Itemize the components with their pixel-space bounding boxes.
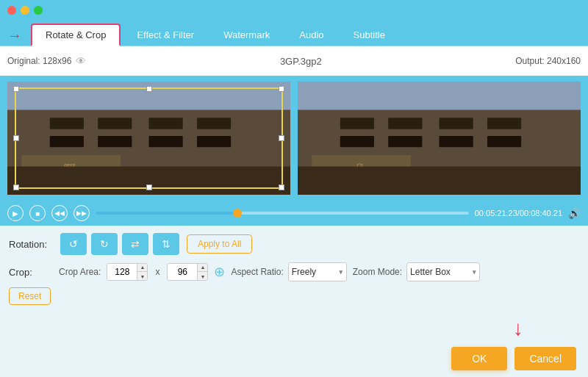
maximize-button[interactable] bbox=[34, 6, 43, 15]
progress-bar[interactable] bbox=[96, 212, 469, 215]
video-header-left: Original: 128x96 👁 bbox=[7, 55, 86, 67]
svg-rect-3 bbox=[98, 118, 132, 129]
crop-area-sub-label: Crop Area: bbox=[59, 267, 101, 277]
zoom-mode-label: Zoom Mode: bbox=[353, 267, 402, 277]
rotate-left-icon: ↺ bbox=[69, 238, 78, 250]
flip-h-icon: ⇄ bbox=[131, 238, 140, 250]
zoom-mode-group: Zoom Mode: Letter Box Pan & Scan Full ▼ bbox=[353, 262, 480, 281]
minimize-button[interactable] bbox=[21, 6, 29, 15]
svg-rect-9 bbox=[197, 136, 231, 147]
zoom-mode-wrapper: Letter Box Pan & Scan Full ▼ bbox=[406, 262, 480, 281]
controls-section: Rotation: ↺ ↻ ⇄ ⇅ Apply to All Crop: Cro… bbox=[0, 226, 588, 312]
crop-width-input[interactable] bbox=[107, 264, 137, 280]
center-crop-icon[interactable]: ⊕ bbox=[214, 264, 225, 280]
svg-rect-7 bbox=[98, 136, 132, 147]
arrow-right-icon: → bbox=[7, 28, 22, 43]
reset-button[interactable]: Reset bbox=[9, 287, 51, 305]
step-back-button[interactable]: ◀◀ bbox=[51, 205, 68, 221]
svg-rect-20 bbox=[388, 136, 422, 147]
play-button[interactable]: ▶ bbox=[7, 205, 24, 221]
traffic-lights bbox=[7, 6, 43, 15]
svg-rect-17 bbox=[440, 118, 473, 129]
svg-rect-25 bbox=[298, 167, 581, 195]
svg-rect-22 bbox=[487, 136, 521, 147]
building-svg-right: r's bbox=[298, 82, 581, 195]
rotation-row: Rotation: ↺ ↻ ⇄ ⇅ Apply to All bbox=[9, 233, 579, 255]
arrow-down-icon: ↓ bbox=[513, 318, 523, 339]
progress-bar-fill bbox=[96, 212, 237, 215]
aspect-ratio-select[interactable]: Freely 16:9 4:3 1:1 bbox=[288, 262, 347, 281]
tab-rotate-crop[interactable]: Rotate & Crop bbox=[31, 24, 121, 46]
svg-rect-8 bbox=[149, 136, 183, 147]
cancel-button[interactable]: Cancel bbox=[514, 347, 576, 370]
filename: 3GP.3gp2 bbox=[280, 56, 322, 67]
aspect-ratio-group: Aspect Ratio: Freely 16:9 4:3 1:1 ▼ bbox=[231, 262, 346, 281]
close-button[interactable] bbox=[7, 6, 16, 15]
building-svg: pers bbox=[7, 82, 290, 195]
zoom-mode-select[interactable]: Letter Box Pan & Scan Full bbox=[406, 262, 480, 281]
tab-effect-filter[interactable]: Effect & Filter bbox=[123, 25, 207, 45]
svg-rect-2 bbox=[50, 118, 84, 129]
tab-subtitle[interactable]: Subtitle bbox=[340, 25, 398, 45]
progress-thumb[interactable] bbox=[233, 209, 242, 218]
rotate-buttons: ↺ ↻ ⇄ ⇅ bbox=[60, 233, 179, 255]
svg-rect-16 bbox=[388, 118, 422, 129]
output-resolution: Output: 240x160 bbox=[515, 56, 581, 66]
bottom-bar: OK Cancel bbox=[0, 340, 588, 377]
crop-height-input[interactable] bbox=[168, 264, 197, 280]
svg-rect-19 bbox=[340, 136, 374, 147]
crop-width-input-group: ▲ ▼ bbox=[107, 263, 148, 281]
flip-vertical-button[interactable]: ⇅ bbox=[153, 233, 179, 255]
time-display: 00:05:21.23/00:08:40.21 bbox=[475, 209, 562, 218]
crop-width-spinners: ▲ ▼ bbox=[137, 263, 147, 281]
apply-to-all-button[interactable]: Apply to All bbox=[187, 234, 252, 254]
svg-rect-6 bbox=[50, 136, 84, 147]
svg-rect-4 bbox=[149, 118, 183, 129]
stop-icon: ■ bbox=[35, 209, 40, 218]
aspect-ratio-wrapper: Freely 16:9 4:3 1:1 ▼ bbox=[288, 262, 347, 281]
svg-rect-5 bbox=[197, 118, 231, 129]
eye-icon[interactable]: 👁 bbox=[76, 55, 86, 67]
flip-horizontal-button[interactable]: ⇄ bbox=[122, 233, 148, 255]
crop-label: Crop: bbox=[9, 267, 53, 278]
aspect-ratio-label: Aspect Ratio: bbox=[231, 267, 283, 277]
dimension-separator: x bbox=[155, 267, 159, 277]
svg-rect-21 bbox=[440, 136, 473, 147]
title-bar bbox=[0, 0, 588, 21]
svg-rect-18 bbox=[487, 118, 521, 129]
crop-height-spinners: ▲ ▼ bbox=[197, 263, 207, 281]
video-header-bar: Original: 128x96 👁 3GP.3gp2 Output: 240x… bbox=[0, 46, 588, 76]
original-resolution: Original: 128x96 bbox=[7, 56, 71, 66]
video-panel-right: r's bbox=[298, 82, 581, 195]
ok-button[interactable]: OK bbox=[451, 347, 507, 370]
reset-row: Reset bbox=[9, 287, 579, 305]
svg-rect-15 bbox=[340, 118, 374, 129]
rotate-right-button[interactable]: ↻ bbox=[91, 233, 118, 255]
video-panels: pers bbox=[0, 76, 588, 201]
video-panel-left: pers bbox=[7, 82, 290, 195]
rotate-right-icon: ↻ bbox=[100, 238, 109, 250]
rotate-left-button[interactable]: ↺ bbox=[60, 233, 87, 255]
svg-rect-12 bbox=[7, 167, 290, 195]
tab-watermark[interactable]: Watermark bbox=[210, 25, 283, 45]
crop-height-up[interactable]: ▲ bbox=[197, 263, 207, 272]
crop-row: Crop: Crop Area: ▲ ▼ x ▲ ▼ ⊕ Aspect Rati… bbox=[9, 262, 579, 281]
tab-audio[interactable]: Audio bbox=[286, 25, 337, 45]
flip-v-icon: ⇅ bbox=[162, 238, 171, 250]
play-icon: ▶ bbox=[12, 209, 18, 218]
crop-height-input-group: ▲ ▼ bbox=[167, 263, 208, 281]
rotation-label: Rotation: bbox=[9, 239, 53, 250]
volume-icon[interactable]: 🔊 bbox=[568, 207, 581, 219]
video-thumb-right: r's bbox=[298, 82, 581, 195]
crop-height-down[interactable]: ▼ bbox=[197, 272, 207, 281]
stop-button[interactable]: ■ bbox=[29, 205, 46, 221]
video-thumb-left: pers bbox=[7, 82, 290, 195]
step-forward-button[interactable]: ▶▶ bbox=[74, 205, 90, 221]
tab-bar: → Rotate & Crop Effect & Filter Watermar… bbox=[0, 21, 588, 46]
crop-width-up[interactable]: ▲ bbox=[137, 263, 147, 272]
playback-controls: ▶ ■ ◀◀ ▶▶ 00:05:21.23/00:08:40.21 🔊 bbox=[0, 201, 588, 226]
crop-width-down[interactable]: ▼ bbox=[137, 272, 147, 281]
